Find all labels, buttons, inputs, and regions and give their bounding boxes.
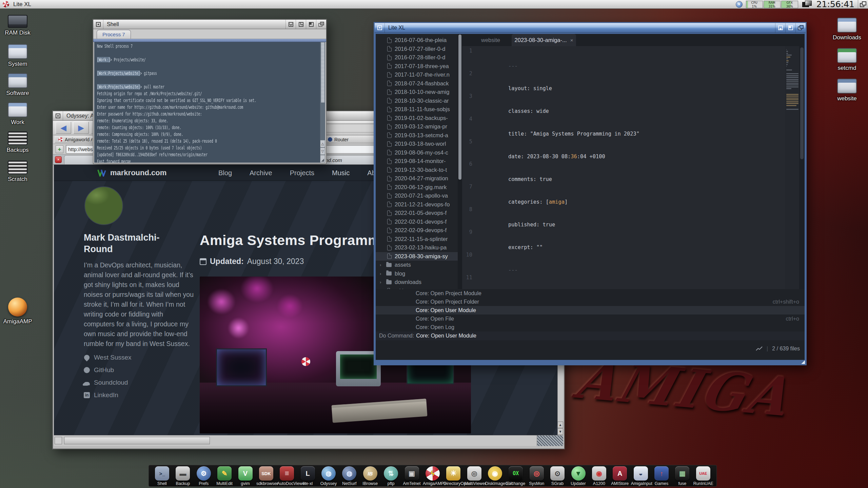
tree-item[interactable]: 2022-11-15-a-splinter (376, 235, 458, 244)
iconify-gadget-icon[interactable] (285, 20, 296, 29)
screen-titlebar[interactable]: Lite XL ▼ CPU 1% RAM 31% (0, 0, 868, 9)
dock-item[interactable]: IBrowse (360, 466, 380, 486)
tree-item[interactable]: 2018-10-10-new-amig (376, 88, 458, 97)
add-bookmark-button[interactable]: + (56, 145, 63, 153)
site-nav-link[interactable]: Archive (250, 169, 272, 177)
zoom-gadget-icon[interactable] (785, 23, 795, 33)
site-nav-link[interactable]: Music (332, 169, 350, 177)
tree-item[interactable]: 2020-07-21-apollo-va (376, 191, 458, 200)
shell-scrollbar[interactable] (320, 42, 325, 140)
desktop-icon[interactable]: Backups (0, 131, 35, 154)
palette-item[interactable]: Core: Open Project Folder ctrl+shift+o (376, 298, 805, 306)
tree-item[interactable]: › downloads (376, 278, 458, 287)
tree-item[interactable]: 2016-07-06-the-pleia (376, 36, 458, 45)
scroll-up-arrow-icon[interactable]: ▲ (557, 422, 563, 428)
screen-cycle-button[interactable]: ▼ (736, 1, 743, 8)
tree-item[interactable]: 2017-07-18-three-yea (376, 62, 458, 71)
site-nav-link[interactable]: Projects (290, 169, 314, 177)
jump-gadget-icon[interactable] (296, 20, 306, 29)
tree-item[interactable]: 2019-03-18-two-worl (376, 140, 458, 148)
desktop-icon[interactable]: Work (0, 102, 35, 126)
scroll-down-arrow-icon[interactable]: ▼ (557, 428, 563, 435)
dock-item[interactable]: DiskImageGUI (485, 466, 505, 486)
desktop-icon[interactable]: setcmd (829, 48, 865, 72)
dock-item[interactable]: DirectoryOpus (443, 466, 463, 486)
tree-item[interactable]: 2019-08-06-my-os4-c (376, 148, 458, 157)
dock-item[interactable]: SysMon (527, 466, 547, 486)
site-brand[interactable]: markround.com (97, 168, 166, 177)
close-gadget-icon[interactable] (375, 23, 385, 33)
dock-item[interactable]: A1200 (589, 466, 609, 486)
author-link[interactable]: West Sussex (84, 354, 196, 361)
bookmark-button[interactable]: Router (324, 136, 375, 143)
dock-item[interactable]: NetSurf (339, 466, 359, 486)
dock-item[interactable]: AmTelnet (402, 466, 422, 486)
tree-item[interactable]: 2023-08-30-amiga-sy (376, 252, 458, 261)
scroll-up-arrow-icon[interactable]: △ (320, 140, 325, 147)
tree-item[interactable]: 2016-07-28-tiller-0-d (376, 53, 458, 62)
bookmark-button[interactable]: Amigaworld.net - Am (55, 136, 99, 143)
dock-item[interactable]: Backup (173, 466, 193, 486)
forward-button[interactable]: ▶ (73, 122, 89, 134)
editor-scroll-thumb[interactable] (800, 47, 804, 159)
desktop-icon[interactable]: RAM Disk (0, 15, 35, 36)
tab-close-icon[interactable]: × (570, 37, 573, 43)
depth-gadget-icon[interactable] (316, 20, 326, 29)
desktop-icon-amigaamp[interactable]: AmigaAMP (0, 298, 35, 325)
desktop-icon[interactable]: Downloads (829, 18, 865, 41)
tree-item[interactable]: 2016-07-27-tiller-0-d (376, 45, 458, 54)
tree-item[interactable]: 2019-03-12-amiga-pr (376, 122, 458, 131)
dock-item[interactable]: Odyssey (319, 466, 338, 486)
tree-item[interactable]: 2018-11-11-fuse-sobjs (376, 105, 458, 114)
litexl-titlebar[interactable]: Lite XL (375, 23, 806, 33)
dock-item[interactable]: Updater (569, 466, 588, 486)
dock-item[interactable]: AmigaAMP3 (423, 466, 442, 486)
dock-item[interactable]: AutoDocViewer (277, 466, 297, 486)
shell-resize-grip[interactable] (320, 155, 325, 163)
author-link[interactable]: Soundcloud (84, 379, 196, 386)
tree-item[interactable]: 2019-08-14-monitor- (376, 157, 458, 166)
tree-item[interactable]: 2022-02-01-devops-f (376, 218, 458, 226)
close-gadget-icon[interactable] (53, 111, 63, 120)
horizontal-scroll-thumb[interactable] (64, 437, 210, 444)
scroll-down-arrow-icon[interactable]: ▽ (320, 147, 325, 155)
desktop-icon[interactable]: Scratch (0, 161, 35, 183)
shell-console[interactable]: New Shell process 7[Work:]> Projects/web… (94, 42, 325, 163)
depth-gadget-icon[interactable] (795, 23, 806, 33)
code-editor[interactable]: 1 --- 2 layout: single 3 classes: wide 4 (462, 46, 785, 289)
palette-item[interactable]: Core: Open Log (376, 323, 805, 331)
tree-item[interactable]: 2018-10-30-classic-ar (376, 97, 458, 105)
author-link[interactable]: GitHub (84, 366, 196, 374)
back-button[interactable]: ◀ (56, 122, 71, 134)
desktop-icon[interactable]: Software (0, 73, 35, 97)
dock-item[interactable]: MultiViewer (465, 466, 484, 486)
browser-resize-grip[interactable] (537, 435, 563, 446)
shell-titlebar[interactable]: Shell (93, 20, 326, 29)
dock-item[interactable]: sdkbrowser (256, 466, 276, 486)
dock-item[interactable]: fuse (672, 466, 692, 486)
screen-depth-gadget-icon[interactable] (858, 0, 868, 8)
palette-item[interactable]: Core: Open Project Module (376, 289, 805, 298)
palette-item[interactable]: Core: Open File ctrl+o (376, 314, 805, 323)
tree-item[interactable]: 2019-12-30-back-to-t (376, 166, 458, 175)
tree-item[interactable]: 2019-03-13-setcmd-a (376, 131, 458, 140)
desktop-icon[interactable]: System (0, 44, 35, 67)
shell-process-tab[interactable]: Process 7 (97, 30, 131, 39)
tree-item[interactable]: 2021-12-21-devops-fo (376, 200, 458, 209)
dock-item[interactable]: AMIStore (610, 466, 630, 486)
zoom-gadget-icon[interactable] (306, 20, 316, 29)
shell-scroll-thumb[interactable] (321, 42, 325, 103)
iconify-gadget-icon[interactable] (775, 23, 785, 33)
dock-item[interactable]: Shell (152, 466, 172, 486)
dock-item[interactable]: Games (652, 466, 671, 486)
tree-item[interactable]: 2018-07-24-flashback (376, 79, 458, 88)
dock-item[interactable]: RunInUAE (693, 466, 713, 486)
command-input[interactable]: Do Command: Core: Open User Module (376, 331, 805, 340)
close-gadget-icon[interactable] (93, 20, 103, 29)
dock-item[interactable]: pftp (381, 466, 401, 486)
tree-item[interactable]: 2022-02-09-devops-f (376, 226, 458, 235)
editor-scrollbar[interactable] (799, 46, 805, 289)
scrollbar-left-box[interactable] (55, 437, 62, 444)
tree-item[interactable]: 2022-01-05-devops-f (376, 209, 458, 218)
dock-item[interactable]: Exchange (506, 466, 526, 486)
